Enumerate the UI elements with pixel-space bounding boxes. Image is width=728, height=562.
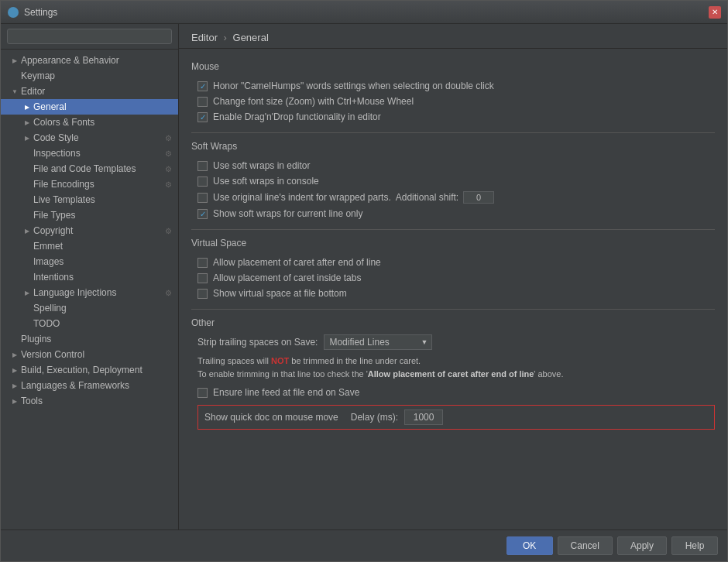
sidebar-item-editor[interactable]: Editor bbox=[1, 84, 178, 99]
badge-copyright: ⚙ bbox=[165, 227, 172, 235]
sidebar-label-appearance: Appearance & Behavior bbox=[21, 55, 119, 66]
divider-1 bbox=[191, 132, 715, 133]
sidebar-item-tools[interactable]: Tools bbox=[1, 393, 178, 409]
strip-select-wrapper: Modified Lines None All bbox=[324, 334, 432, 350]
cancel-button[interactable]: Cancel bbox=[558, 536, 613, 555]
sidebar-item-file-code-templates[interactable]: File and Code Templates⚙ bbox=[1, 161, 178, 176]
ok-button[interactable]: OK bbox=[507, 536, 553, 555]
breadcrumb-general: General bbox=[233, 32, 269, 43]
tree-arrow-copyright bbox=[22, 226, 32, 235]
cb-soft-wrap-console[interactable] bbox=[197, 176, 208, 187]
window-title: Settings bbox=[24, 7, 709, 18]
other-section-title: Other bbox=[191, 317, 715, 328]
search-input[interactable] bbox=[7, 29, 172, 44]
option-drag-drop: Enable Drag'n'Drop functionality in edit… bbox=[197, 109, 715, 125]
cb-camel-humps[interactable] bbox=[197, 81, 208, 91]
cb-caret-inside-tabs[interactable] bbox=[197, 273, 208, 283]
settings-content: Mouse Honor "CamelHumps" words settings … bbox=[179, 49, 727, 529]
sidebar-label-language-injections: Language Injections bbox=[33, 287, 116, 298]
cb-virtual-space-bottom[interactable] bbox=[197, 289, 208, 299]
sidebar-label-editor: Editor bbox=[21, 86, 45, 97]
badge-file-encodings: ⚙ bbox=[165, 180, 172, 189]
cb-ensure-line-feed[interactable] bbox=[197, 388, 208, 398]
tree-arrow-version-control bbox=[10, 350, 19, 359]
sidebar-item-plugins[interactable]: Plugins bbox=[1, 331, 178, 347]
tree-arrow-language-injections bbox=[22, 288, 32, 297]
sidebar-label-file-types: File Types bbox=[33, 210, 75, 221]
sidebar-label-tools: Tools bbox=[21, 396, 43, 406]
badge-file-code-templates: ⚙ bbox=[165, 165, 172, 173]
sidebar-item-copyright[interactable]: Copyright⚙ bbox=[1, 223, 178, 238]
app-icon bbox=[7, 6, 19, 19]
sidebar-item-languages-frameworks[interactable]: Languages & Frameworks bbox=[1, 378, 178, 393]
sidebar-label-images: Images bbox=[33, 256, 64, 267]
sidebar-label-file-code-templates: File and Code Templates bbox=[33, 163, 136, 174]
virtual-space-section: Virtual Space Allow placement of caret a… bbox=[191, 238, 715, 301]
cb-soft-wrap-editor[interactable] bbox=[197, 161, 208, 171]
option-soft-wrap-console: Use soft wraps in console bbox=[197, 173, 715, 189]
cb-caret-after-end[interactable] bbox=[197, 258, 208, 268]
search-box bbox=[1, 24, 178, 50]
tree-arrow-languages-frameworks bbox=[10, 381, 19, 390]
sidebar-item-file-encodings[interactable]: File Encodings⚙ bbox=[1, 176, 178, 192]
option-show-soft-wrap: Show soft wraps for current line only bbox=[197, 206, 715, 221]
sidebar-item-appearance[interactable]: Appearance & Behavior bbox=[1, 53, 178, 68]
cb-show-soft-wrap[interactable] bbox=[197, 209, 208, 219]
tree-arrow-general bbox=[22, 102, 32, 111]
titlebar: Settings ✕ bbox=[1, 1, 727, 24]
mouse-section: Mouse Honor "CamelHumps" words settings … bbox=[191, 61, 715, 125]
sidebar-label-todo: TODO bbox=[33, 318, 60, 329]
close-button[interactable]: ✕ bbox=[709, 6, 721, 19]
mouse-section-title: Mouse bbox=[191, 61, 715, 72]
sidebar-item-general[interactable]: General bbox=[1, 99, 178, 115]
sidebar-label-emmet: Emmet bbox=[33, 241, 63, 252]
tree-arrow-editor bbox=[10, 87, 19, 96]
sidebar-item-file-types[interactable]: File Types bbox=[1, 207, 178, 223]
tree-arrow-build-execution bbox=[10, 365, 19, 375]
sidebar-item-version-control[interactable]: Version Control bbox=[1, 347, 178, 362]
cb-drag-drop[interactable] bbox=[197, 112, 208, 122]
sidebar-item-inspections[interactable]: Inspections⚙ bbox=[1, 146, 178, 161]
sidebar-item-intentions[interactable]: Intentions bbox=[1, 269, 178, 285]
sidebar-item-keymap[interactable]: Keymap bbox=[1, 68, 178, 84]
sidebar-item-emmet[interactable]: Emmet bbox=[1, 238, 178, 254]
sidebar-item-build-execution[interactable]: Build, Execution, Deployment bbox=[1, 362, 178, 378]
sidebar-label-keymap: Keymap bbox=[21, 70, 55, 81]
option-soft-wrap-editor: Use soft wraps in editor bbox=[197, 158, 715, 173]
sidebar-item-todo[interactable]: TODO bbox=[1, 316, 178, 331]
sidebar-label-copyright: Copyright bbox=[33, 225, 73, 236]
sidebar-item-code-style[interactable]: Code Style⚙ bbox=[1, 130, 178, 146]
other-section: Other Strip trailing spaces on Save: Mod… bbox=[191, 317, 715, 430]
sidebar-item-colors-fonts[interactable]: Colors & Fonts bbox=[1, 115, 178, 130]
apply-button[interactable]: Apply bbox=[617, 536, 667, 555]
help-button[interactable]: Help bbox=[671, 536, 718, 555]
strip-select[interactable]: Modified Lines None All bbox=[324, 334, 432, 350]
cb-original-indent[interactable] bbox=[197, 193, 208, 203]
sidebar-item-images[interactable]: Images bbox=[1, 254, 178, 269]
additional-shift-input[interactable] bbox=[463, 191, 494, 204]
sidebar-label-code-style: Code Style bbox=[33, 132, 79, 143]
sidebar-item-live-templates[interactable]: Live Templates bbox=[1, 192, 178, 207]
sidebar-item-spelling[interactable]: Spelling bbox=[1, 300, 178, 316]
option-original-indent: Use original line's indent for wrapped p… bbox=[197, 189, 715, 206]
virtual-space-section-title: Virtual Space bbox=[191, 238, 715, 248]
delay-input[interactable] bbox=[404, 410, 443, 425]
cb-font-zoom[interactable] bbox=[197, 97, 208, 107]
option-camel-humps: Honor "CamelHumps" words settings when s… bbox=[197, 78, 715, 94]
divider-2 bbox=[191, 229, 715, 230]
warning-text: Trailing spaces will NOT be trimmed in t… bbox=[197, 355, 715, 380]
divider-3 bbox=[191, 309, 715, 310]
sidebar-label-colors-fonts: Colors & Fonts bbox=[33, 117, 94, 128]
tree-arrow-code-style bbox=[22, 133, 32, 142]
soft-wraps-section: Soft Wraps Use soft wraps in editor Use … bbox=[191, 141, 715, 221]
left-panel: Appearance & BehaviorKeymapEditorGeneral… bbox=[1, 24, 179, 529]
sidebar-label-languages-frameworks: Languages & Frameworks bbox=[21, 380, 129, 391]
sidebar-label-general: General bbox=[33, 101, 67, 112]
settings-window: Settings ✕ Appearance & BehaviorKeymapEd… bbox=[0, 0, 728, 562]
sidebar-item-language-injections[interactable]: Language Injections⚙ bbox=[1, 285, 178, 300]
tree-arrow-appearance bbox=[10, 56, 19, 65]
quick-doc-box: Show quick doc on mouse move Delay (ms): bbox=[197, 405, 715, 430]
right-panel: Editor › General Mouse Honor "CamelHumps… bbox=[179, 24, 727, 529]
sidebar-label-version-control: Version Control bbox=[21, 349, 84, 360]
warning-not: NOT bbox=[271, 356, 289, 365]
